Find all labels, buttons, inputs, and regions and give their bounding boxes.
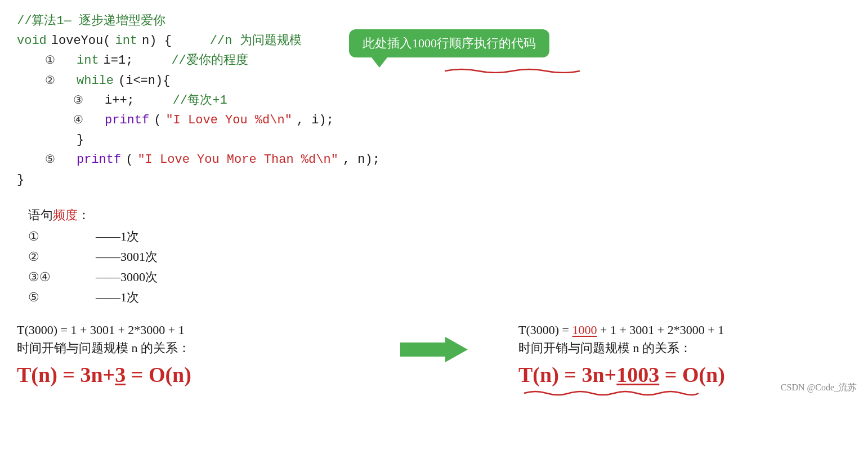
- freq-row-5: ⑤ ——1次: [28, 289, 851, 306]
- freq-num-5: ⑤: [28, 290, 62, 305]
- freq-val-3: ——3000次: [96, 269, 158, 286]
- right-eq1-prefix: T(3000) =: [518, 323, 572, 337]
- freq-title-suffix: ：: [78, 208, 90, 222]
- comment-n: //n 为问题规模: [210, 31, 302, 51]
- bottom-squiggle: [518, 389, 699, 397]
- red-squiggle-decoration: [445, 66, 585, 73]
- watermark: CSDN @Code_流苏: [781, 382, 857, 394]
- freq-row-3: ③④ ——3000次: [28, 269, 851, 286]
- right-eq1-suffix: + 1 + 3001 + 2*3000 + 1: [597, 323, 724, 337]
- code-comment-line: //算法1— 逐步递增型爱你: [17, 11, 851, 31]
- right-1003-underline: 1003: [616, 363, 659, 386]
- callout-box: 此处插入1000行顺序执行的代码: [349, 29, 549, 57]
- green-arrow-icon: [400, 334, 468, 365]
- while-cond: (i<=n){: [118, 71, 170, 91]
- callout-text: 此处插入1000行顺序执行的代码: [363, 36, 536, 50]
- line-num-2: ②: [45, 72, 55, 90]
- svg-marker-0: [400, 337, 468, 362]
- keyword-while: while: [77, 71, 114, 91]
- keyword-void: void: [17, 31, 47, 51]
- line-num-5: ⑤: [45, 151, 55, 169]
- right-eq2: 时间开销与问题规模 n 的关系：: [518, 340, 851, 357]
- keyword-int2: int: [77, 51, 99, 70]
- right-eq1-highlight: 1000: [572, 323, 597, 337]
- left-3-underline: 3: [115, 363, 126, 386]
- freq-val-1: ——1次: [96, 228, 139, 245]
- left-eq1: T(3000) = 1 + 3001 + 2*3000 + 1: [17, 323, 350, 337]
- line-num-3: ③: [73, 92, 83, 110]
- printf1-args: , i);: [297, 110, 334, 130]
- frequency-section: 语句频度： ① ——1次 ② ——3001次 ③④ ——3000次 ⑤ ——1次: [28, 207, 851, 306]
- freq-num-1: ①: [28, 229, 62, 244]
- freq-val-5: ——1次: [96, 289, 139, 306]
- func-name: loveYou(: [51, 31, 111, 51]
- printf1-func: printf: [105, 110, 149, 130]
- freq-title: 语句频度：: [28, 207, 851, 224]
- code-line-while-close: }: [45, 130, 851, 150]
- printf2-str: "I Love You More Than %d\n": [137, 150, 338, 170]
- comment-plus1: //每次+1: [173, 91, 227, 110]
- algorithm-title-comment: //算法1— 逐步递增型爱你: [17, 11, 165, 31]
- brace-close-func: }: [17, 170, 24, 190]
- comment-love: //爱你的程度: [171, 51, 248, 70]
- freq-num-3: ③④: [28, 270, 62, 284]
- freq-row-1: ① ——1次: [28, 228, 851, 245]
- var-i: i=1;: [104, 51, 133, 70]
- increment: i++;: [105, 91, 135, 110]
- param: n) {: [142, 31, 172, 51]
- main-container: 此处插入1000行顺序执行的代码 //算法1— 逐步递增型爱你 void lov…: [0, 0, 868, 398]
- code-line-5: ⑤ printf ( "I Love You More Than %d\n" ,…: [45, 150, 851, 170]
- right-formula-block: T(3000) = 1000 + 1 + 3001 + 2*3000 + 1 时…: [518, 323, 851, 387]
- left-big-formula: T(n) = 3n+3 = O(n): [17, 362, 350, 387]
- left-formula-block: T(3000) = 1 + 3001 + 2*3000 + 1 时间开销与问题规…: [17, 323, 350, 387]
- line-num-4: ④: [73, 112, 83, 130]
- printf1-paren-open: (: [154, 110, 161, 130]
- printf2-paren-open: (: [126, 150, 133, 170]
- code-line-3: ③ i++; //每次+1: [73, 91, 851, 110]
- freq-title-prefix: 语句: [28, 208, 53, 222]
- right-eq1: T(3000) = 1000 + 1 + 3001 + 2*3000 + 1: [518, 323, 851, 337]
- printf1-str: "I Love You %d\n": [165, 110, 292, 130]
- left-eq2: 时间开销与问题规模 n 的关系：: [17, 340, 350, 357]
- freq-val-2: ——3001次: [96, 248, 158, 265]
- printf2-func: printf: [77, 150, 121, 170]
- keyword-int: int: [115, 31, 137, 51]
- line-num-1: ①: [45, 52, 55, 70]
- freq-num-2: ②: [28, 250, 62, 264]
- code-line-4: ④ printf ( "I Love You %d\n" , i);: [73, 110, 851, 130]
- bottom-section: T(3000) = 1 + 3001 + 2*3000 + 1 时间开销与问题规…: [17, 323, 851, 387]
- printf2-args: , n);: [343, 150, 380, 170]
- freq-title-highlight: 频度: [53, 208, 78, 222]
- arrow-container: [395, 323, 473, 365]
- code-line-func-close: }: [17, 170, 851, 190]
- brace-close-while: }: [77, 130, 84, 150]
- code-line-2: ② while (i<=n){: [45, 71, 851, 91]
- freq-row-2: ② ——3001次: [28, 248, 851, 265]
